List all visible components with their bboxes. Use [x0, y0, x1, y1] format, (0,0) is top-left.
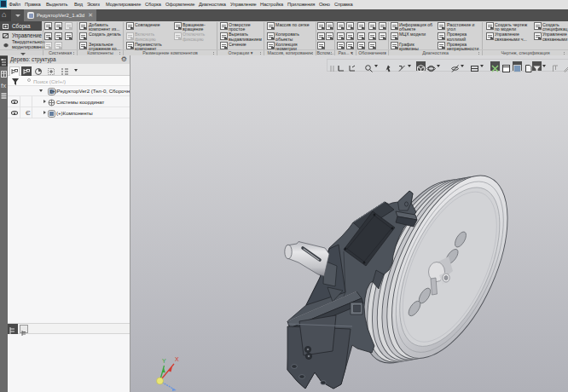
svg-text:X: X [175, 356, 179, 362]
svg-text:fx: fx [1, 82, 6, 89]
svg-text:Y: Y [162, 358, 166, 364]
